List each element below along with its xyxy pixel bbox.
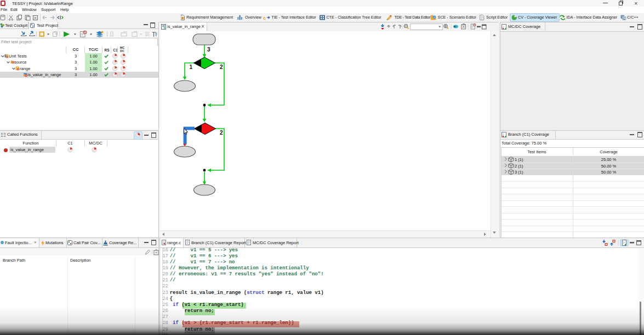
svg-text:3: 3	[207, 47, 210, 53]
svg-text:2: 2	[220, 130, 223, 136]
svg-text:c: c	[263, 15, 266, 21]
svg-text:2: 2	[220, 64, 223, 70]
svg-text:1: 1	[190, 64, 193, 70]
svg-text:C: C	[623, 17, 626, 20]
